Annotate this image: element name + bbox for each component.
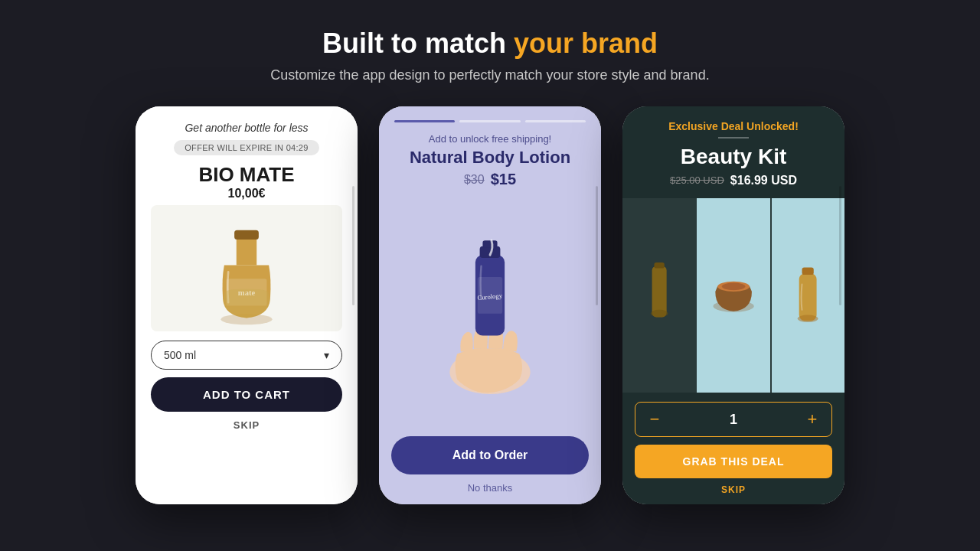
phone3-header: Exclusive Deal Unlocked! Beauty Kit $25.… bbox=[622, 106, 844, 198]
add-to-cart-button[interactable]: ADD TO CART bbox=[151, 377, 342, 412]
phone2-new-price: $15 bbox=[491, 171, 516, 188]
bottle-icon: mate bbox=[197, 211, 296, 326]
svg-rect-17 bbox=[802, 268, 814, 276]
phone-bio-mate: Get another bottle for less OFFER WILL E… bbox=[136, 106, 358, 504]
phone3-new-price: $16.99 USD bbox=[730, 174, 797, 187]
phone3-product-images bbox=[622, 198, 844, 393]
phone1-price: 10,00€ bbox=[228, 187, 266, 201]
phones-container: Get another bottle for less OFFER WILL E… bbox=[90, 106, 890, 504]
phone2-unlock-text: Add to unlock free shipping! bbox=[394, 133, 586, 145]
phone2-progress-bar bbox=[379, 106, 601, 122]
variant-label: 500 ml bbox=[164, 349, 196, 361]
title-highlight: your brand bbox=[514, 28, 658, 59]
grab-deal-button[interactable]: GRAB THIS DEAL bbox=[635, 445, 832, 478]
chevron-down-icon: ▾ bbox=[324, 349, 329, 361]
product-image-2 bbox=[697, 198, 769, 393]
lotion-illustration: Curology bbox=[429, 226, 551, 394]
svg-point-18 bbox=[798, 315, 818, 322]
phone-beauty-kit: Exclusive Deal Unlocked! Beauty Kit $25.… bbox=[622, 106, 844, 504]
page-header: Built to match your brand Customize the … bbox=[255, 0, 724, 99]
add-to-order-button[interactable]: Add to Order bbox=[391, 436, 589, 474]
product-image-1 bbox=[622, 198, 695, 393]
phone2-action-buttons: Add to Order No thanks bbox=[379, 429, 601, 504]
phone3-divider bbox=[718, 137, 749, 139]
product-image-3 bbox=[772, 198, 844, 393]
svg-point-15 bbox=[722, 283, 746, 291]
svg-rect-10 bbox=[652, 266, 666, 318]
phone3-skip-button[interactable]: SKIP bbox=[635, 484, 832, 495]
phone3-exclusive-label: Exclusive Deal Unlocked! bbox=[635, 120, 832, 132]
no-thanks-button[interactable]: No thanks bbox=[391, 482, 589, 494]
phone3-bottom: − 1 + GRAB THIS DEAL SKIP bbox=[622, 393, 844, 504]
title-plain: Built to match bbox=[322, 28, 514, 59]
phone2-product-name: Natural Body Lotion bbox=[394, 148, 586, 168]
phone3-quantity-row: − 1 + bbox=[635, 402, 832, 437]
svg-rect-7 bbox=[482, 240, 497, 248]
phone1-badge: OFFER WILL EXPIRE IN 04:29 bbox=[174, 140, 318, 155]
quantity-value: 1 bbox=[674, 412, 793, 428]
page-subtitle: Customize the app design to perfectly ma… bbox=[270, 67, 709, 83]
phone2-product-image: Curology bbox=[379, 191, 601, 429]
phone1-product-name: BIO MATE bbox=[198, 163, 294, 187]
phone-body-lotion: Add to unlock free shipping! Natural Bod… bbox=[379, 106, 601, 504]
phone1-tagline: Get another bottle for less bbox=[185, 122, 308, 134]
svg-rect-1 bbox=[234, 230, 259, 239]
phone3-pricing: $25.00 USD $16.99 USD bbox=[635, 174, 832, 187]
phone1-skip-button[interactable]: SKIP bbox=[234, 419, 260, 431]
phone2-pricing: $30 $15 bbox=[394, 171, 586, 188]
svg-rect-11 bbox=[654, 262, 664, 269]
quantity-increase-button[interactable]: + bbox=[793, 403, 831, 436]
quantity-decrease-button[interactable]: − bbox=[635, 403, 674, 436]
phone3-product-name: Beauty Kit bbox=[635, 145, 832, 169]
phone1-variant-select[interactable]: 500 ml ▾ bbox=[151, 341, 342, 370]
svg-rect-6 bbox=[480, 246, 501, 258]
svg-point-12 bbox=[650, 310, 668, 318]
phone3-old-price: $25.00 USD bbox=[670, 174, 724, 186]
phone1-product-image: mate bbox=[151, 205, 342, 331]
page-title: Built to match your brand bbox=[270, 28, 709, 60]
phone2-old-price: $30 bbox=[464, 173, 485, 187]
